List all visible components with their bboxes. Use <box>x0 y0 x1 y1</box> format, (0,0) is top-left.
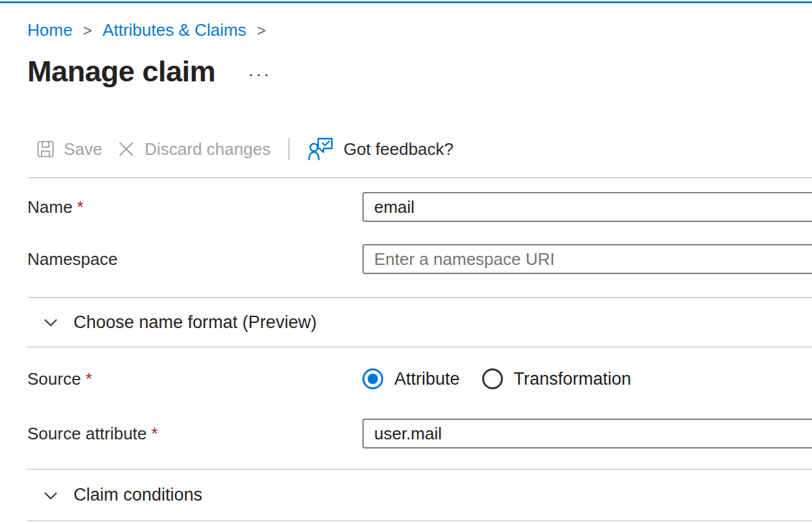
claim-conditions-section-toggle[interactable]: Claim conditions <box>27 470 812 520</box>
source-field-row: Source* Attribute Transformation <box>27 364 812 394</box>
dismiss-icon <box>116 139 136 159</box>
choose-name-format-section-toggle[interactable]: Choose name format (Preview) <box>27 298 812 346</box>
radio-unselected-icon <box>482 368 503 389</box>
chevron-down-icon <box>42 487 59 504</box>
source-attribute-radio[interactable]: Attribute <box>362 368 460 389</box>
blade-top-border <box>0 1 812 3</box>
namespace-field-row: Namespace <box>27 244 812 274</box>
feedback-icon <box>308 137 335 161</box>
required-asterisk: * <box>85 369 92 389</box>
choose-name-format-label: Choose name format (Preview) <box>74 312 317 333</box>
source-radio-group: Attribute Transformation <box>362 368 631 389</box>
source-label-text: Source <box>27 369 81 389</box>
radio-selected-icon <box>362 368 383 389</box>
got-feedback-label: Got feedback? <box>344 139 453 159</box>
required-asterisk: * <box>152 424 158 443</box>
discard-changes-label: Discard changes <box>144 139 271 159</box>
discard-changes-button[interactable]: Discard changes <box>116 139 271 159</box>
more-options-button[interactable]: ··· <box>248 66 271 83</box>
namespace-label-text: Namespace <box>27 249 118 269</box>
source-attribute-label-text: Source attribute <box>27 424 147 443</box>
source-attribute-field-row: Source attribute* <box>27 419 812 448</box>
got-feedback-button[interactable]: Got feedback? <box>308 137 453 161</box>
breadcrumb-separator: > <box>256 20 265 40</box>
breadcrumb: Home > Attributes & Claims > <box>27 0 812 40</box>
manage-claim-blade: Home > Attributes & Claims > Manage clai… <box>0 0 812 521</box>
save-label: Save <box>64 139 102 159</box>
source-attribute-radio-label: Attribute <box>394 369 460 389</box>
toolbar-divider <box>288 138 290 160</box>
page-title: Manage claim <box>27 53 215 90</box>
source-attribute-label: Source attribute* <box>27 424 362 444</box>
title-row: Manage claim ··· <box>27 53 812 90</box>
namespace-label: Namespace <box>27 249 362 269</box>
name-field-row: Name* <box>27 192 812 222</box>
command-bar: Save Discard changes Got feedback? <box>27 134 812 164</box>
namespace-input[interactable] <box>362 244 812 274</box>
required-asterisk: * <box>77 197 83 217</box>
source-attribute-input[interactable] <box>362 419 812 448</box>
breadcrumb-home-link[interactable]: Home <box>27 20 72 40</box>
name-label-text: Name <box>27 197 72 217</box>
chevron-down-icon <box>42 314 59 331</box>
source-attribute-input-wrapper <box>362 419 812 448</box>
save-button[interactable]: Save <box>36 139 102 159</box>
section-divider <box>27 346 812 348</box>
breadcrumb-attributes-claims-link[interactable]: Attributes & Claims <box>102 20 246 40</box>
section-divider <box>27 177 812 178</box>
save-icon <box>36 139 55 159</box>
name-input-wrapper <box>362 192 812 222</box>
source-label: Source* <box>27 369 362 389</box>
namespace-input-wrapper <box>362 244 812 274</box>
name-label: Name* <box>27 197 362 217</box>
claim-conditions-label: Claim conditions <box>74 485 202 505</box>
source-transformation-radio-label: Transformation <box>514 369 632 389</box>
name-input[interactable] <box>362 192 812 222</box>
source-transformation-radio[interactable]: Transformation <box>482 368 632 389</box>
breadcrumb-separator: > <box>83 20 92 40</box>
section-divider <box>27 520 812 521</box>
